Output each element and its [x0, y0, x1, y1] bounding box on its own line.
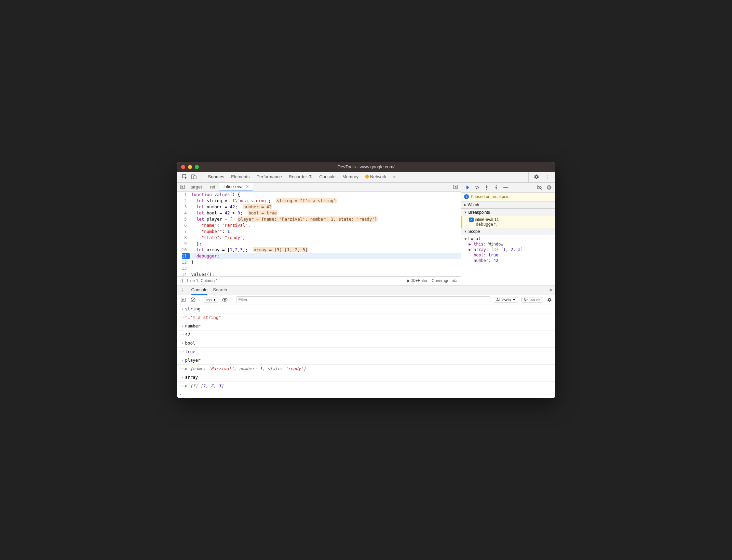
inspect-element-icon[interactable] — [182, 174, 188, 180]
console-input-row[interactable]: ›number — [177, 322, 555, 331]
line-number[interactable]: 1 — [182, 192, 187, 198]
code-line[interactable]: function values() { — [191, 192, 461, 198]
info-icon: i — [464, 194, 469, 199]
code-line[interactable]: "state": "ready", — [191, 235, 461, 241]
settings-icon[interactable] — [533, 174, 540, 180]
pretty-print-button[interactable]: {} — [180, 278, 183, 283]
code-line[interactable] — [191, 265, 461, 271]
console-prompt[interactable]: › — [177, 390, 555, 398]
line-number[interactable]: 4 — [182, 210, 187, 216]
scope-local: ▼ Local ▶ this: Window▶ array: (3) [1, 2… — [461, 235, 555, 264]
console-output-row: ‹·42 — [177, 331, 555, 339]
paused-banner: i Paused on breakpoint — [461, 193, 555, 201]
svg-rect-11 — [549, 186, 550, 188]
console-input-row[interactable]: ›array — [177, 373, 555, 382]
svg-rect-2 — [194, 176, 196, 179]
code-line[interactable]: let number = 42; number = 42 — [191, 204, 461, 210]
scope-variable[interactable]: number: 42 — [469, 258, 555, 263]
more-icon[interactable]: ⋮ — [544, 174, 551, 180]
cursor-position: Line 1, Column 1 — [187, 278, 218, 283]
line-number[interactable]: 5 — [182, 216, 187, 222]
resume-icon[interactable] — [464, 184, 471, 191]
tabs-overflow-icon[interactable]: » — [393, 172, 396, 182]
issues-button[interactable]: No Issues — [521, 297, 543, 303]
show-navigator-icon[interactable] — [179, 184, 186, 189]
line-number[interactable]: 14 — [182, 271, 187, 276]
close-file-icon[interactable]: ✕ — [245, 184, 249, 189]
scope-local-header[interactable]: ▼ Local — [465, 236, 555, 241]
run-snippet-button[interactable]: ▶ ⌘+Enter — [407, 278, 428, 283]
code-line[interactable]: "number": 1, — [191, 228, 461, 235]
code-editor[interactable]: 1234567891011121314 function values() { … — [177, 192, 461, 276]
close-drawer-icon[interactable]: ✕ — [549, 288, 553, 293]
step-out-icon[interactable] — [493, 184, 500, 191]
file-tab-target[interactable]: target — [187, 183, 206, 191]
line-number[interactable]: 3 — [182, 204, 187, 210]
svg-point-8 — [507, 187, 508, 188]
breakpoint-checkbox[interactable]: ✓ — [469, 218, 474, 222]
window-title: DevTools - www.google.com/ — [177, 164, 555, 169]
line-number[interactable]: 13 — [182, 265, 187, 271]
breakpoint-item[interactable]: ✓inline-eval:11 debugger; — [461, 216, 555, 228]
scope-variable[interactable]: bool: true — [469, 252, 555, 258]
file-tab-ref[interactable]: ref — [206, 183, 219, 191]
drawer-tab-console[interactable]: Console — [191, 285, 208, 295]
line-number[interactable]: 8 — [182, 235, 187, 241]
file-tab-inline-eval[interactable]: inline-eval✕ — [219, 183, 254, 191]
console-settings-icon[interactable] — [546, 297, 553, 303]
code-line[interactable]: let player = { player = {name: 'Parzival… — [191, 216, 461, 222]
sources-pane: targetrefinline-eval✕ 123456789101112131… — [177, 183, 461, 285]
line-number[interactable]: 11 — [182, 253, 190, 259]
tab-performance[interactable]: Performance — [256, 172, 282, 182]
log-levels-selector[interactable]: All levels ▼ — [494, 297, 518, 303]
live-expression-icon[interactable] — [222, 297, 228, 303]
code-line[interactable]: let array = [1,2,3]; array = (3) [1, 2, … — [191, 247, 461, 253]
clear-console-icon[interactable] — [190, 297, 196, 303]
step-into-icon[interactable] — [483, 184, 490, 191]
svg-point-9 — [547, 185, 551, 190]
code-line[interactable]: }; — [191, 241, 461, 247]
line-number[interactable]: 9 — [182, 241, 187, 247]
scope-variable[interactable]: ▶ this: Window — [469, 241, 555, 247]
console-filter-input[interactable] — [236, 296, 491, 303]
drawer-more-icon[interactable]: ⋮ — [180, 287, 186, 293]
code-line[interactable]: let string = 'I\'m a string'; string = "… — [191, 198, 461, 204]
pause-exceptions-icon[interactable] — [546, 184, 553, 191]
step-over-icon[interactable] — [474, 184, 480, 191]
warning-icon — [365, 174, 369, 179]
tab-network[interactable]: Network — [365, 172, 387, 182]
console-output-row: ‹·▶ {name: 'Parzival', number: 1, state:… — [177, 365, 555, 373]
console-sidebar-icon[interactable] — [180, 297, 187, 302]
code-line[interactable]: let bool = 42 > 0; bool = true — [191, 210, 461, 216]
watch-section-header[interactable]: ▶Watch — [461, 201, 555, 209]
line-number[interactable]: 7 — [182, 228, 187, 235]
line-number[interactable]: 10 — [182, 247, 187, 253]
code-line[interactable]: debugger; — [191, 253, 461, 259]
code-line[interactable]: } — [191, 259, 461, 265]
tab-recorder[interactable]: Recorder ⚗ — [289, 172, 312, 182]
scope-variable[interactable]: ▶ array: (3) [1, 2, 3] — [469, 247, 555, 252]
deactivate-breakpoints-icon[interactable] — [536, 184, 543, 191]
tab-memory[interactable]: Memory — [342, 172, 358, 182]
show-debugger-icon[interactable] — [452, 184, 459, 189]
drawer-tab-search[interactable]: Search — [213, 285, 227, 295]
line-number[interactable]: 2 — [182, 198, 187, 204]
code-line[interactable]: "name": "Parzival", — [191, 222, 461, 228]
scope-section-header[interactable]: ▼Scope — [461, 228, 555, 235]
breakpoints-section-header[interactable]: ▼Breakpoints — [461, 209, 555, 216]
code-line[interactable]: values(); — [191, 271, 461, 276]
device-toolbar-icon[interactable] — [191, 174, 197, 180]
coverage-label: Coverage: n/a — [432, 278, 457, 283]
step-icon[interactable] — [502, 184, 509, 191]
console-input-row[interactable]: ›player — [177, 356, 555, 365]
context-selector[interactable]: top ▼ — [204, 297, 218, 303]
line-number[interactable]: 12 — [182, 259, 187, 265]
drawer: ⋮ ConsoleSearch ✕ | top ▼ | All levels ▼… — [177, 285, 555, 398]
tab-console[interactable]: Console — [319, 172, 336, 182]
console-input-row[interactable]: ›bool — [177, 339, 555, 348]
line-number[interactable]: 6 — [182, 222, 187, 228]
tab-elements[interactable]: Elements — [231, 172, 249, 182]
file-tabs: targetrefinline-eval✕ — [177, 183, 461, 192]
tab-sources[interactable]: Sources — [208, 172, 225, 182]
console-input-row[interactable]: ›string — [177, 305, 555, 313]
